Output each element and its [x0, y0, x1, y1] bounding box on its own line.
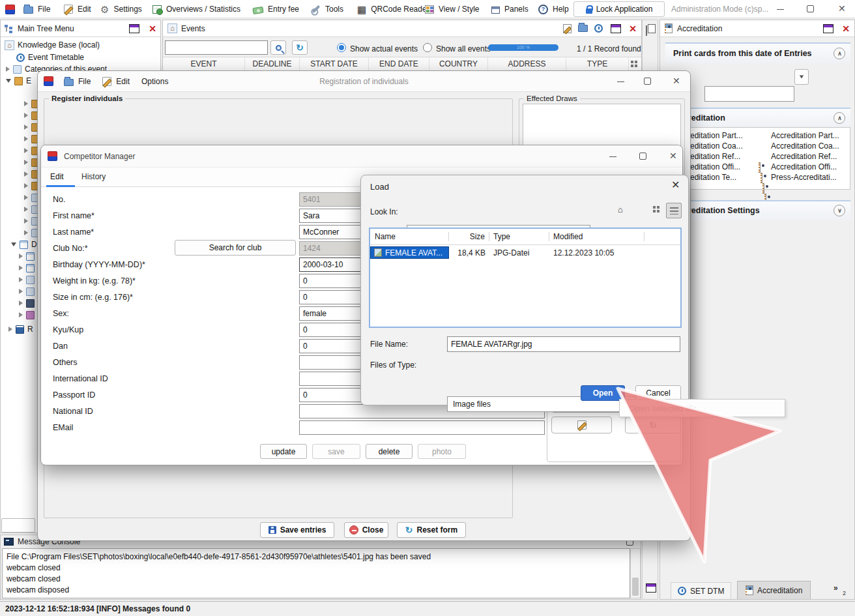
accreditation-item[interactable]: Accreditation Part... — [771, 131, 839, 140]
save-button[interactable]: save — [312, 444, 360, 459]
field-input-email[interactable] — [299, 420, 545, 435]
file-column-modified[interactable]: Modified — [549, 232, 645, 241]
scrollbar-thumb[interactable] — [632, 578, 639, 596]
file-column-name[interactable]: Name — [370, 232, 449, 241]
search-for-club-button[interactable]: Search for club — [175, 240, 296, 256]
dock-tab-accreditation[interactable]: Accreditation — [737, 581, 811, 599]
tree-item[interactable] — [19, 298, 35, 308]
expand-arrow-icon[interactable] — [6, 66, 10, 72]
column-header-end-date[interactable]: END DATE — [369, 57, 429, 70]
tab-edit[interactable]: Edit — [50, 172, 64, 181]
tree-scroll-box[interactable] — [1, 518, 35, 533]
file-name-input[interactable] — [447, 336, 680, 352]
list-view-icon[interactable] — [666, 203, 682, 218]
close-icon[interactable]: ✕ — [673, 76, 680, 85]
clock-icon[interactable] — [594, 24, 603, 33]
registration-titlebar[interactable]: File Edit Options Registration of indivi… — [38, 71, 690, 92]
expand-chevron-icon[interactable]: ∨ — [833, 205, 845, 216]
save-entries-button[interactable]: Save entries — [260, 522, 334, 538]
menu-help[interactable]: Help — [538, 0, 569, 18]
maximize-icon[interactable] — [807, 5, 814, 12]
tree-item-event-timetable[interactable]: Event Timetable — [16, 52, 84, 63]
delete-button[interactable]: delete — [366, 444, 413, 459]
close-icon[interactable]: ✕ — [671, 181, 680, 190]
load-titlebar[interactable]: Load ✕ — [361, 175, 688, 198]
maximize-icon[interactable] — [644, 78, 651, 85]
collapse-chevron-icon[interactable]: ∧ — [833, 112, 845, 124]
edit-note-icon[interactable] — [563, 24, 572, 33]
update-button[interactable]: update — [260, 444, 307, 459]
radio-show-all-events[interactable] — [423, 43, 432, 52]
accreditation-maximize-icon[interactable] — [823, 24, 833, 33]
lock-application-button[interactable]: Lock Application — [573, 1, 665, 17]
open-button[interactable]: Open — [581, 385, 625, 401]
competitor-titlebar[interactable]: Competitor Manager ✕ — [41, 145, 682, 168]
minimize-icon[interactable] — [617, 81, 624, 82]
close-icon[interactable]: ✕ — [838, 4, 846, 13]
expand-arrow-icon[interactable] — [8, 327, 12, 332]
menu-edit[interactable]: Edit — [64, 0, 91, 18]
tab-overflow-chevron[interactable]: » — [833, 583, 838, 593]
tree-item-knowledge-base[interactable]: ⌂ Knowledge Base (local) — [5, 40, 100, 50]
file-row-selected-name[interactable]: FEMALE AVAT... — [370, 246, 449, 259]
column-header-start-date[interactable]: START DATE — [300, 57, 369, 70]
folder-icon[interactable] — [578, 25, 588, 32]
menu-panels[interactable]: Panels — [491, 0, 529, 18]
accreditation-item[interactable]: Accreditation Offi... — [771, 162, 837, 171]
entry-date-dropdown-button[interactable] — [794, 69, 809, 85]
events-refresh-button[interactable]: ↻ — [292, 40, 308, 55]
maximize-icon[interactable] — [639, 153, 646, 160]
minimize-icon[interactable] — [609, 156, 616, 157]
menu-qrcode[interactable]: ▦QRCode Reader — [357, 0, 429, 18]
column-header-deadline[interactable]: DEADLINE — [245, 57, 300, 70]
tree-item[interactable] — [19, 286, 35, 297]
close-button[interactable]: Close — [344, 522, 388, 538]
accreditation-item[interactable]: Accreditation Ref... — [771, 152, 837, 161]
collapse-chevron-icon[interactable]: ∧ — [833, 48, 845, 59]
tree-item[interactable] — [19, 263, 35, 273]
restore-panel-icon[interactable] — [646, 583, 656, 593]
section-accreditation[interactable]: Accreditation ∧ — [665, 108, 850, 127]
menu-overviews[interactable]: Overviews / Statistics — [152, 0, 240, 18]
column-header-event[interactable]: EVENT — [163, 57, 245, 70]
radio-show-actual-events[interactable] — [337, 43, 346, 52]
file-row[interactable]: FEMALE AVAT... 18,4 KB JPG-Datei 12.12.2… — [370, 246, 680, 259]
tree-item-r[interactable]: R — [8, 324, 33, 334]
column-header-address[interactable]: ADDRESS — [488, 57, 566, 70]
accreditation-item[interactable]: Accreditation Coa... — [771, 141, 839, 151]
tab-history[interactable]: History — [81, 172, 106, 181]
minimize-icon[interactable] — [777, 9, 784, 10]
tree-item-event[interactable]: E — [6, 76, 31, 86]
dock-tab-set-dtm[interactable]: SET DTM — [671, 582, 731, 599]
refresh-photo-button[interactable]: ↻ — [625, 417, 681, 433]
edit-photo-button[interactable] — [551, 417, 612, 433]
menu-file[interactable]: File — [23, 0, 50, 18]
tree-item-d[interactable]: D — [11, 239, 37, 250]
section-accreditation-settings[interactable]: Accreditation Settings ∨ — [665, 200, 850, 220]
reset-form-button[interactable]: ↻Reset form — [397, 522, 466, 538]
console-scrollbar[interactable] — [630, 548, 641, 598]
events-close-icon[interactable]: ✕ — [629, 24, 637, 33]
tree-maximize-icon[interactable] — [129, 24, 139, 33]
menu-tools[interactable]: Tools — [312, 0, 343, 18]
accreditation-close-icon[interactable]: ✕ — [842, 24, 850, 33]
tree-item[interactable] — [19, 274, 35, 285]
events-search-button[interactable] — [270, 40, 286, 55]
column-header-country[interactable]: COUNTRY — [429, 57, 488, 70]
accreditation-item[interactable]: Press-Accreditati... — [771, 173, 837, 182]
menu-settings[interactable]: ⚙Settings — [100, 0, 142, 18]
photo-button[interactable]: photo — [418, 444, 466, 459]
events-maximize-icon[interactable] — [611, 24, 621, 33]
copy-pages-icon[interactable] — [646, 25, 647, 36]
collapse-arrow-icon[interactable] — [11, 242, 16, 246]
tree-close-icon[interactable]: ✕ — [149, 24, 156, 33]
home-icon[interactable]: ⌂ — [618, 205, 623, 214]
menu-view-style[interactable]: View / Style — [425, 0, 479, 18]
column-header-type[interactable]: TYPE — [566, 57, 629, 70]
section-print-cards[interactable]: Print cards from this date of Entries ∧ — [665, 42, 850, 63]
tree-item[interactable] — [19, 251, 35, 261]
tree-item[interactable] — [19, 310, 35, 320]
file-column-size[interactable]: Size — [449, 232, 489, 241]
file-column-type[interactable]: Type — [489, 232, 549, 241]
events-search-input[interactable] — [165, 40, 268, 55]
